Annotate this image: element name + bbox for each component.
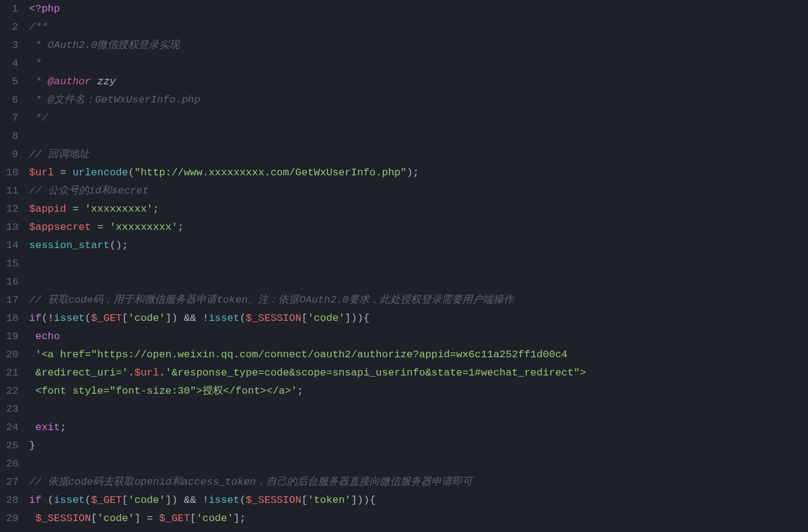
- code-line[interactable]: }: [29, 437, 808, 455]
- token: &&: [184, 312, 196, 324]
- code-line[interactable]: session_start();: [29, 237, 808, 255]
- code-line[interactable]: // 回调地址: [29, 146, 808, 164]
- code-line[interactable]: [29, 400, 808, 419]
- token: // 依据code码去获取openid和access_token，自己的后台服务…: [29, 476, 473, 488]
- token: exit: [35, 422, 60, 433]
- line-number: 9: [6, 146, 18, 164]
- code-line[interactable]: * @文件名：GetWxUserInfo.php: [29, 91, 808, 109]
- token: $url: [134, 367, 159, 379]
- token: isset: [209, 494, 240, 506]
- line-number: 3: [6, 36, 18, 55]
- line-number: 20: [6, 346, 18, 364]
- code-line[interactable]: $_SESSION['code'] = $_GET['code'];: [29, 510, 808, 528]
- code-line[interactable]: [29, 273, 808, 291]
- token: [29, 349, 35, 360]
- line-number: 16: [6, 273, 18, 291]
- code-line[interactable]: exit;: [29, 419, 808, 437]
- token: ]): [165, 494, 184, 506]
- token: // 公众号的id和secret: [29, 185, 149, 197]
- token: [: [190, 513, 196, 524]
- token: ();: [110, 240, 129, 251]
- code-area[interactable]: <?php/** * OAuth2.0微信授权登录实现 * * @author …: [29, 0, 808, 532]
- token: */: [29, 112, 48, 124]
- code-line[interactable]: * OAuth2.0微信授权登录实现: [29, 36, 808, 55]
- token: }: [29, 440, 35, 451]
- line-number: 8: [6, 127, 18, 146]
- token: *: [29, 76, 48, 87]
- token: =: [91, 221, 110, 233]
- token: ] =: [134, 513, 159, 524]
- line-number: 5: [6, 73, 18, 91]
- code-line[interactable]: if (isset($_GET['code']) && !isset($_SES…: [29, 491, 808, 510]
- line-number: 21: [6, 364, 18, 382]
- token: ];: [234, 513, 246, 524]
- token: $appsecret: [29, 221, 91, 233]
- line-number: 26: [6, 455, 18, 473]
- code-editor[interactable]: 1234567891011121314151617181920212223242…: [0, 0, 808, 532]
- code-line[interactable]: [29, 127, 808, 146]
- token: * @文件名：GetWxUserInfo.php: [29, 94, 200, 106]
- token: ;: [153, 203, 159, 215]
- line-number-gutter: 1234567891011121314151617181920212223242…: [0, 0, 29, 532]
- line-number: 27: [6, 473, 18, 491]
- token: (: [85, 494, 91, 506]
- code-line[interactable]: <?php: [29, 0, 808, 18]
- code-line[interactable]: $appid = 'xxxxxxxxx';: [29, 200, 808, 218]
- token: 'code': [308, 312, 345, 324]
- token: // 获取code码，用于和微信服务器申请token。注：依据OAuth2.0要…: [29, 294, 514, 306]
- line-number: 18: [6, 309, 18, 328]
- token: 'code': [128, 494, 165, 506]
- token: !: [196, 494, 208, 506]
- token: (: [128, 167, 134, 178]
- token: <font style="font-size:30">授权</font></a>…: [35, 385, 297, 397]
- token: 'code': [97, 513, 134, 524]
- token: $_SESSION: [35, 513, 91, 524]
- line-number: 2: [6, 18, 18, 36]
- code-line[interactable]: */: [29, 109, 808, 127]
- token: (: [85, 312, 91, 324]
- code-line[interactable]: [29, 255, 808, 273]
- code-line[interactable]: if(!isset($_GET['code']) && !isset($_SES…: [29, 309, 808, 328]
- token: [: [122, 494, 128, 506]
- token: isset: [54, 494, 85, 506]
- line-number: 11: [6, 182, 18, 200]
- token: (: [240, 312, 246, 324]
- code-line[interactable]: <font style="font-size:30">授权</font></a>…: [29, 382, 808, 400]
- code-line[interactable]: '<a href="https://open.weixin.qq.com/con…: [29, 346, 808, 364]
- token: 'code': [128, 312, 165, 324]
- token: 'xxxxxxxxx': [110, 221, 178, 233]
- line-number: 12: [6, 200, 18, 218]
- token: ;: [178, 221, 184, 233]
- token: $appid: [29, 203, 66, 215]
- token: 'token': [308, 494, 351, 506]
- token: // 回调地址: [29, 149, 89, 160]
- code-line[interactable]: // 获取code码，用于和微信服务器申请token。注：依据OAuth2.0要…: [29, 291, 808, 309]
- token: [29, 367, 35, 379]
- line-number: 25: [6, 437, 18, 455]
- token: =: [66, 203, 85, 215]
- code-line[interactable]: * @author zzy: [29, 73, 808, 91]
- code-line[interactable]: *: [29, 55, 808, 73]
- token: ])){: [351, 494, 376, 506]
- token: $_SESSION: [246, 494, 301, 506]
- code-line[interactable]: $url = urlencode("http://www.xxxxxxxxx.c…: [29, 164, 808, 182]
- token: &redirect_uri=': [35, 367, 128, 379]
- token: !: [196, 312, 208, 324]
- code-line[interactable]: [29, 455, 808, 473]
- code-line[interactable]: $appsecret = 'xxxxxxxxx';: [29, 218, 808, 237]
- line-number: 14: [6, 237, 18, 255]
- token: $_GET: [91, 312, 122, 324]
- code-line[interactable]: /**: [29, 18, 808, 36]
- code-line[interactable]: // 依据code码去获取openid和access_token，自己的后台服务…: [29, 473, 808, 491]
- token: $_GET: [91, 494, 122, 506]
- line-number: 24: [6, 419, 18, 437]
- code-line[interactable]: echo: [29, 328, 808, 346]
- code-line[interactable]: &redirect_uri='.$url.'&response_type=cod…: [29, 364, 808, 382]
- code-line[interactable]: // 公众号的id和secret: [29, 182, 808, 200]
- token: <?php: [29, 3, 60, 15]
- token: urlencode: [72, 167, 128, 178]
- line-number: 13: [6, 218, 18, 237]
- token: if: [29, 494, 41, 506]
- token: =: [54, 167, 73, 178]
- token: '<a href="https://open.weixin.qq.com/con…: [35, 349, 567, 360]
